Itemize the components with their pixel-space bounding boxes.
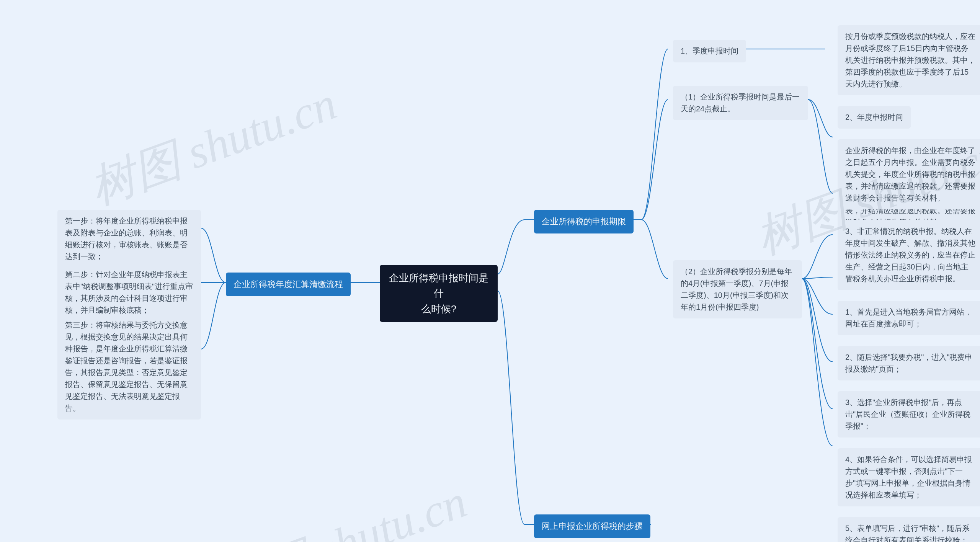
node-quarter-detail-text: 按月份或季度预缴税款的纳税人，应在月份或季度终了后15日内向主管税务机关进行纳税… <box>845 32 975 88</box>
node-quarter-detail[interactable]: 按月份或季度预缴税款的纳税人，应在月份或季度终了后15日内向主管税务机关进行纳税… <box>838 25 980 95</box>
node-step5-text: 5、表单填写后，进行"审核"，随后系统会自行对所有表间关系进行校验； <box>845 524 970 542</box>
watermark: 树图 shutu.cn <box>211 471 475 542</box>
node-settle-s1[interactable]: 第一步：将年度企业所得税纳税申报表及附表与企业的总账、利润表、明细账进行核对，审… <box>57 210 201 268</box>
branch-deadline[interactable]: 企业所得税的申报期限 <box>534 210 634 233</box>
branch-online-label: 网上申报企业所得税的步骤 <box>542 521 643 531</box>
node-quarterly-months-text: （2）企业所得税季报分别是每年的4月(申报第一季度)、7月(申报二季度)、10月… <box>681 267 792 311</box>
node-step2[interactable]: 2、随后选择"我要办税"，进入"税费申报及缴纳"页面； <box>838 346 980 380</box>
branch-settlement[interactable]: 企业所得税年度汇算清缴流程 <box>226 273 351 296</box>
node-settle-s3-text: 第三步：将审核结果与委托方交换意见，根据交换意见的结果决定出具何种报告，是年度企… <box>65 321 188 412</box>
node-annual-time[interactable]: 2、年度申报时间 <box>838 106 911 129</box>
node-step4-text: 4、如果符合条件，可以选择简易申报方式或一键零申报，否则点击"下一步"填写网上申… <box>845 455 972 499</box>
node-quarterly-months[interactable]: （2）企业所得税季报分别是每年的4月(申报第一季度)、7月(申报二季度)、10月… <box>673 260 802 318</box>
root-line1: 企业所得税申报时间是什 <box>389 272 488 299</box>
node-quarter-time-text: 1、季度申报时间 <box>681 47 738 55</box>
node-annual-time-text: 2、年度申报时间 <box>845 113 903 121</box>
node-step4[interactable]: 4、如果符合条件，可以选择简易申报方式或一键零申报，否则点击"下一步"填写网上申… <box>838 448 980 506</box>
node-step3[interactable]: 3、选择"企业所得税申报"后，再点击"居民企业（查账征收）企业所得税季报"； <box>838 391 980 438</box>
node-abnormal-text: 3、非正常情况的纳税申报。纳税人在年度中间发生破产、解散、撤消及其他情形依法终止… <box>845 227 975 283</box>
node-settle-s1-text: 第一步：将年度企业所得税纳税申报表及附表与企业的总账、利润表、明细账进行核对，审… <box>65 217 188 261</box>
node-settle-s2[interactable]: 第二步：针对企业年度纳税申报表主表中"纳税调整事项明细表"进行重点审核，其所涉及… <box>57 263 201 322</box>
node-settle-s3[interactable]: 第三步：将审核结果与委托方交换意见，根据交换意见的结果决定出具何种报告，是年度企… <box>57 314 201 420</box>
node-step2-text: 2、随后选择"我要办税"，进入"税费申报及缴纳"页面； <box>845 353 972 373</box>
node-quarter-time[interactable]: 1、季度申报时间 <box>673 40 746 62</box>
node-deadline-24[interactable]: （1）企业所得税季报时间是最后一天的24点截止。 <box>673 86 808 120</box>
node-step1[interactable]: 1、首先是进入当地税务局官方网站，网址在百度搜索即可； <box>838 301 980 335</box>
branch-online-steps[interactable]: 网上申报企业所得税的步骤 <box>534 514 650 538</box>
node-abnormal[interactable]: 3、非正常情况的纳税申报。纳税人在年度中间发生破产、解散、撤消及其他情形依法终止… <box>838 220 980 290</box>
node-settle-s2-text: 第二步：针对企业年度纳税申报表主表中"纳税调整事项明细表"进行重点审核，其所涉及… <box>65 270 193 314</box>
node-annual-detail-text: 企业所得税的年报，由企业在年度终了之日起五个月内申报。企业需要向税务机关提交，年… <box>845 146 975 202</box>
node-annual-detail[interactable]: 企业所得税的年报，由企业在年度终了之日起五个月内申报。企业需要向税务机关提交，年… <box>838 139 980 209</box>
root-line2: 么时候? <box>421 303 456 315</box>
node-step1-text: 1、首先是进入当地税务局官方网站，网址在百度搜索即可； <box>845 308 972 328</box>
node-step5[interactable]: 5、表单填写后，进行"审核"，随后系统会自行对所有表间关系进行校验； <box>838 517 980 542</box>
node-step3-text: 3、选择"企业所得税申报"后，再点击"居民企业（查账征收）企业所得税季报"； <box>845 398 970 430</box>
branch-deadline-label: 企业所得税的申报期限 <box>542 217 626 226</box>
root-node[interactable]: 企业所得税申报时间是什 么时候? <box>380 265 498 322</box>
watermark: 树图 shutu.cn <box>81 73 345 219</box>
node-deadline-24-text: （1）企业所得税季报时间是最后一天的24点截止。 <box>681 93 800 113</box>
branch-settlement-label: 企业所得税年度汇算清缴流程 <box>234 279 343 289</box>
